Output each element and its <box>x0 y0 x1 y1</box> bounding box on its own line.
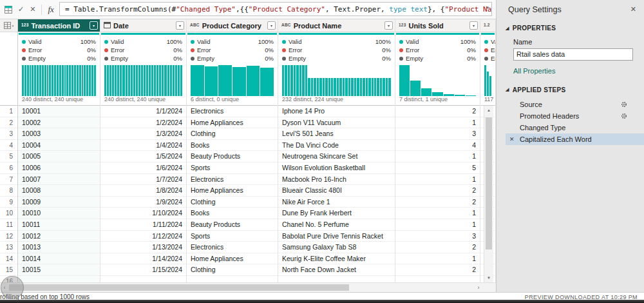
applied-steps-section-header[interactable]: ◢ APPLIED STEPS <box>506 86 644 93</box>
histogram-bar[interactable] <box>24 65 26 96</box>
histogram-bar[interactable] <box>71 65 73 96</box>
histogram-bar[interactable] <box>366 78 368 96</box>
histogram-bar[interactable] <box>128 65 130 96</box>
row-number[interactable]: 6 <box>0 162 17 174</box>
data-cell[interactable] <box>18 276 100 282</box>
histogram-bar[interactable] <box>232 67 246 96</box>
histogram-bar[interactable] <box>357 78 359 96</box>
formula-cancel-button[interactable]: ✕ <box>30 5 35 14</box>
histogram-bar[interactable] <box>410 81 421 96</box>
histogram-bar[interactable] <box>126 65 128 96</box>
query-name-input[interactable] <box>513 48 633 61</box>
row-number[interactable]: 3 <box>0 128 17 140</box>
histogram-bar[interactable] <box>175 65 177 96</box>
horizontal-scrollbar[interactable]: ‹ › <box>0 282 483 292</box>
histogram-bar[interactable] <box>311 78 313 96</box>
delete-step-icon[interactable]: ✕ <box>509 136 515 142</box>
horizontal-scrollbar-thumb[interactable] <box>9 284 349 291</box>
histogram-bar[interactable] <box>104 65 106 96</box>
histogram-bar[interactable] <box>57 65 59 96</box>
data-cell[interactable]: Nike Air Force 1 <box>278 197 395 208</box>
settings-gear-icon[interactable] <box>621 101 627 108</box>
data-cell[interactable]: 10010 <box>18 208 100 219</box>
data-cell[interactable]: Clothing <box>187 197 278 208</box>
histogram-bar[interactable] <box>47 65 49 96</box>
data-cell[interactable]: 10013 <box>18 242 100 253</box>
fx-add-step-button[interactable]: fx <box>48 5 53 15</box>
data-cell[interactable]: 2 <box>395 242 480 253</box>
histogram-bar[interactable] <box>89 65 91 96</box>
row-number[interactable]: 5 <box>0 151 17 162</box>
column-header-product-name[interactable]: ABCProduct Name▾ <box>278 19 395 32</box>
data-cell[interactable]: Electronics <box>187 242 278 253</box>
histogram-bar[interactable] <box>54 65 56 96</box>
data-cell[interactable]: Wilson Evolution Basketball <box>278 162 395 174</box>
select-all-button[interactable]: ▾ <box>0 19 17 32</box>
data-cell[interactable]: 5 <box>395 162 480 174</box>
histogram-bar[interactable] <box>138 65 140 96</box>
vertical-scrollbar-thumb[interactable] <box>486 117 492 249</box>
formula-input[interactable]: = Table.TransformColumns(#"Changed Type"… <box>59 2 492 16</box>
data-cell[interactable]: Beauty Products <box>187 151 278 162</box>
data-cell[interactable] <box>187 276 278 282</box>
vertical-scrollbar[interactable]: ▲ ▼ <box>484 106 493 282</box>
histogram-bar[interactable] <box>294 65 296 96</box>
data-cell[interactable]: 10002 <box>18 117 100 129</box>
row-number[interactable]: 15 <box>0 264 17 276</box>
histogram-bar[interactable] <box>339 78 341 96</box>
data-cell[interactable]: 10006 <box>18 162 100 174</box>
data-cell[interactable] <box>395 276 480 282</box>
data-cell[interactable]: 1 <box>395 253 480 265</box>
histogram-bar[interactable] <box>27 65 29 96</box>
histogram-bar[interactable] <box>84 65 86 96</box>
histogram-bar[interactable] <box>374 78 376 96</box>
data-cell[interactable]: 1/15/2024 <box>100 264 186 276</box>
histogram-bar[interactable] <box>39 65 41 96</box>
data-cell[interactable]: North Face Down Jacket <box>278 264 395 276</box>
row-number[interactable]: 10 <box>0 208 17 219</box>
data-cell[interactable]: Home Appliances <box>187 117 278 129</box>
histogram-bar[interactable] <box>115 65 117 96</box>
data-cell[interactable]: Clothing <box>187 264 278 276</box>
data-cell[interactable]: 2 <box>395 264 480 276</box>
data-cell[interactable]: 10008 <box>18 185 100 197</box>
data-cell[interactable]: Sports <box>187 162 278 174</box>
data-cell[interactable]: 2 <box>395 185 480 197</box>
data-cell[interactable]: Keurig K-Elite Coffee Maker <box>278 253 395 265</box>
row-number[interactable]: 9 <box>0 197 17 208</box>
histogram-bar[interactable] <box>360 78 362 96</box>
column-header-product-category[interactable]: ABCProduct Category▾ <box>187 19 278 32</box>
histogram-bar[interactable] <box>191 65 204 96</box>
histogram-bar[interactable] <box>247 66 260 96</box>
column-header-transaction-id[interactable]: 123Transaction ID▾ <box>18 19 100 32</box>
histogram-bar[interactable] <box>285 65 287 96</box>
histogram-bar[interactable] <box>319 78 321 96</box>
histogram-bar[interactable] <box>299 65 301 96</box>
histogram-bar[interactable] <box>386 78 388 96</box>
histogram-bar[interactable] <box>331 78 333 96</box>
histogram-bar[interactable] <box>343 78 345 96</box>
histogram-bar[interactable] <box>218 65 232 96</box>
close-panel-icon[interactable]: ✕ <box>630 5 636 14</box>
data-cell[interactable] <box>100 276 186 282</box>
histogram-bar[interactable] <box>59 65 61 96</box>
histogram-bar[interactable] <box>305 65 307 96</box>
histogram-bar[interactable] <box>354 78 356 96</box>
histogram-bar[interactable] <box>170 65 172 96</box>
data-cell[interactable]: Babolat Pure Drive Tennis Racket <box>278 231 395 242</box>
histogram-bar[interactable] <box>156 65 158 96</box>
data-cell[interactable]: Blueair Classic 480I <box>278 185 395 197</box>
histogram-bar[interactable] <box>42 65 44 96</box>
histogram-bar[interactable] <box>296 65 298 96</box>
histogram-bar[interactable] <box>37 65 39 96</box>
data-cell[interactable]: 1/2/2024 <box>100 117 186 129</box>
data-cell[interactable]: 10007 <box>18 174 100 186</box>
data-cell[interactable]: Home Appliances <box>187 185 278 197</box>
histogram-bar[interactable] <box>399 65 410 96</box>
row-number[interactable]: 8 <box>0 185 17 197</box>
data-cell[interactable]: 10015 <box>18 264 100 276</box>
applied-step-capitalized-each-word[interactable]: ✕Capitalized Each Word <box>506 133 644 145</box>
row-number[interactable]: 11 <box>0 219 17 231</box>
histogram-bar[interactable] <box>489 76 491 96</box>
histogram-bar[interactable] <box>288 65 290 96</box>
